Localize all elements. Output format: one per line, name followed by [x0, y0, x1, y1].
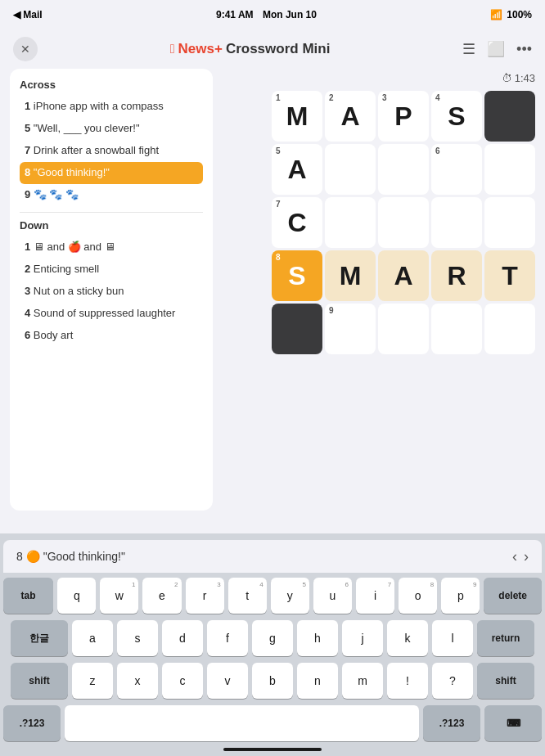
key-g[interactable]: g: [252, 620, 293, 656]
list-icon[interactable]: ☰: [462, 40, 475, 58]
clue-across-8-active[interactable]: 8 "Good thinking!": [20, 162, 203, 184]
cell-1-0[interactable]: 5A: [272, 144, 322, 195]
key-y[interactable]: 5y: [271, 578, 309, 614]
key-question[interactable]: ?: [432, 663, 473, 699]
clue-down-2[interactable]: 2 Enticing smell: [20, 259, 203, 281]
cell-1-3[interactable]: 6: [431, 144, 482, 195]
key-symbols-left[interactable]: .?123: [3, 705, 61, 741]
cell-3-3-highlighted[interactable]: R: [431, 250, 482, 301]
cell-1-2[interactable]: [378, 144, 429, 195]
clue-across-5[interactable]: 5 "Well, ___ you clever!": [20, 118, 203, 140]
more-icon[interactable]: •••: [516, 41, 532, 58]
cell-0-2[interactable]: 3P: [378, 91, 429, 142]
key-j[interactable]: j: [342, 620, 383, 656]
keyboard-row-3: shift z x c v b n m ! ? shift: [3, 663, 542, 699]
key-c[interactable]: c: [162, 663, 203, 699]
clue-down-3[interactable]: 3 Nut on a sticky bun: [20, 281, 203, 303]
key-i[interactable]: 7i: [356, 578, 394, 614]
cell-0-3[interactable]: 4S: [431, 91, 482, 142]
cell-3-4-highlighted[interactable]: T: [484, 250, 535, 301]
apple-logo: : [170, 42, 175, 56]
grid-area: ⏱ 1:43 1M 2A 3P 4S 5A: [221, 69, 535, 511]
keyboard-row-1: tab q 1w 2e 3r 4t 5y 6u 7i 8o 9p delete: [3, 578, 542, 614]
key-d[interactable]: d: [162, 620, 203, 656]
cell-0-0[interactable]: 1M: [272, 91, 322, 142]
news-plus-label: News+: [178, 41, 223, 57]
cell-3-0-active[interactable]: 8S: [272, 250, 322, 301]
key-u[interactable]: 6u: [313, 578, 352, 614]
key-n[interactable]: n: [297, 663, 338, 699]
clues-panel: Across 1 iPhone app with a compass 5 "We…: [10, 69, 213, 511]
key-tab[interactable]: tab: [3, 578, 53, 614]
status-date: Mon Jun 10: [263, 9, 317, 20]
key-hangul[interactable]: 한글: [11, 620, 68, 656]
next-clue-arrow[interactable]: ›: [524, 548, 529, 565]
cell-4-2[interactable]: [378, 304, 429, 354]
keyboard-section: 8 🟠 "Good thinking!" ‹ › tab q 1w 2e 3r …: [0, 533, 545, 756]
key-o[interactable]: 8o: [399, 578, 437, 614]
key-r[interactable]: 3r: [186, 578, 224, 614]
key-b[interactable]: b: [252, 663, 293, 699]
status-time: 9:41 AM: [216, 9, 254, 20]
key-h[interactable]: h: [297, 620, 338, 656]
nav-bar: ✕  News+ Crossword Mini ☰ ⬜ •••: [0, 29, 545, 69]
key-e[interactable]: 2e: [142, 578, 181, 614]
crossword-grid: 1M 2A 3P 4S 5A 6 7C: [272, 91, 535, 354]
cell-3-1-highlighted[interactable]: M: [325, 250, 376, 301]
clue-down-6[interactable]: 6 Body art: [20, 325, 203, 347]
key-keyboard-icon[interactable]: ⌨: [484, 705, 542, 741]
clue-down-4[interactable]: 4 Sound of suppressed laughter: [20, 303, 203, 325]
key-m[interactable]: m: [342, 663, 383, 699]
cell-0-1[interactable]: 2A: [325, 91, 376, 142]
key-k[interactable]: k: [387, 620, 428, 656]
cell-2-0[interactable]: 7C: [272, 197, 322, 248]
key-return[interactable]: return: [477, 620, 534, 656]
key-exclaim[interactable]: !: [387, 663, 428, 699]
key-shift-left[interactable]: shift: [11, 663, 68, 699]
cell-4-4[interactable]: [484, 304, 535, 354]
cell-2-1[interactable]: [325, 197, 376, 248]
close-icon: ✕: [20, 43, 30, 56]
clue-down-1[interactable]: 1 🖥 and 🍎 and 🖥: [20, 236, 203, 259]
carrier-label: ◀ Mail: [13, 9, 43, 20]
cell-2-2[interactable]: [378, 197, 429, 248]
cell-4-1[interactable]: 9: [325, 304, 376, 354]
key-l[interactable]: l: [432, 620, 473, 656]
close-button[interactable]: ✕: [13, 37, 38, 61]
key-space[interactable]: [65, 705, 419, 741]
key-a[interactable]: a: [72, 620, 113, 656]
main-content: Across 1 iPhone app with a compass 5 "We…: [0, 69, 545, 511]
home-indicator: [223, 748, 322, 751]
prev-clue-arrow[interactable]: ‹: [512, 548, 517, 565]
cell-1-1[interactable]: [325, 144, 376, 195]
key-w[interactable]: 1w: [100, 578, 138, 614]
clue-hint-number: 8 🟠: [16, 550, 40, 563]
display-icon[interactable]: ⬜: [487, 40, 505, 58]
cell-2-3[interactable]: [431, 197, 482, 248]
cell-1-4[interactable]: [484, 144, 535, 195]
clue-across-9[interactable]: 9 🐾 🐾 🐾: [20, 184, 203, 206]
key-symbols-right[interactable]: .?123: [423, 705, 480, 741]
cell-4-0-black: [272, 304, 322, 354]
key-x[interactable]: x: [117, 663, 158, 699]
cell-2-4[interactable]: [484, 197, 535, 248]
key-v[interactable]: v: [207, 663, 248, 699]
key-t[interactable]: 4t: [228, 578, 267, 614]
key-shift-right[interactable]: shift: [477, 663, 534, 699]
keyboard-row-2: 한글 a s d f g h j k l return: [3, 620, 542, 656]
cell-4-3[interactable]: [431, 304, 482, 354]
key-z[interactable]: z: [72, 663, 113, 699]
cell-3-2-highlighted[interactable]: A: [378, 250, 429, 301]
timer: ⏱ 1:43: [502, 72, 535, 84]
clue-across-7[interactable]: 7 Drink after a snowball fight: [20, 140, 203, 162]
key-f[interactable]: f: [207, 620, 248, 656]
clue-across-1[interactable]: 1 iPhone app with a compass: [20, 96, 203, 118]
timer-value: 1:43: [515, 72, 535, 84]
clues-divider: [20, 212, 203, 213]
cell-0-4-black: [484, 91, 535, 142]
clue-hint-arrows[interactable]: ‹ ›: [512, 548, 529, 565]
key-q[interactable]: q: [57, 578, 96, 614]
key-p[interactable]: 9p: [441, 578, 480, 614]
key-delete[interactable]: delete: [484, 578, 542, 614]
key-s[interactable]: s: [117, 620, 158, 656]
